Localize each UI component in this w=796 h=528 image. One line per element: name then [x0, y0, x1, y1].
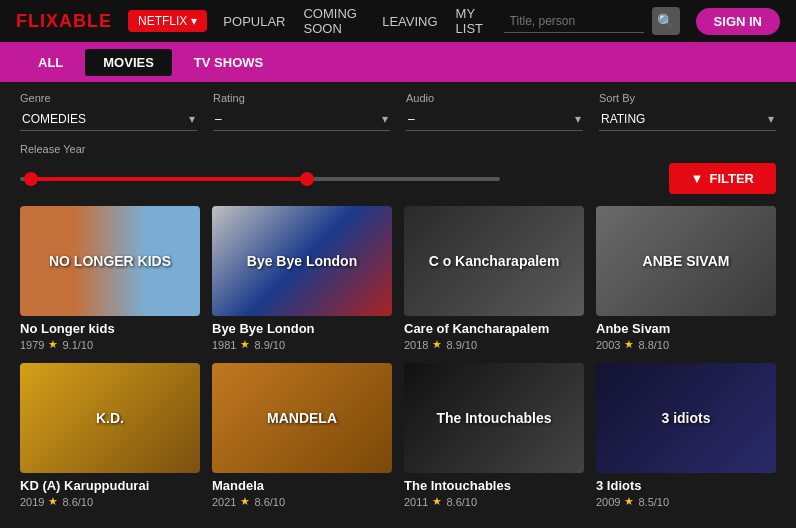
tab-all[interactable]: ALL — [20, 49, 81, 76]
movie-poster: ANBE SIVAM — [596, 206, 776, 316]
movie-card[interactable]: NO LONGER KIDSNo Longer kids1979★9.1/10 — [20, 206, 200, 351]
movie-card[interactable]: Bye Bye LondonBye Bye London1981★8.9/10 — [212, 206, 392, 351]
release-year-row: Release Year ▼ FILTER — [0, 137, 796, 196]
movie-meta: 1979★9.1/10 — [20, 338, 200, 351]
slider-thumb-right[interactable] — [300, 172, 314, 186]
movie-year: 1979 — [20, 339, 44, 351]
movie-rating: 8.6/10 — [254, 496, 285, 508]
chevron-down-icon: ▾ — [191, 14, 197, 28]
rating-filter-group: Rating – ▾ — [213, 92, 390, 131]
movie-rating: 8.8/10 — [638, 339, 669, 351]
movie-poster: C o Kancharapalem — [404, 206, 584, 316]
star-icon: ★ — [240, 338, 250, 351]
star-icon: ★ — [624, 495, 634, 508]
nav-popular[interactable]: POPULAR — [223, 14, 285, 29]
movie-card[interactable]: MANDELAMandela2021★8.6/10 — [212, 363, 392, 508]
filter-btn-label: FILTER — [709, 171, 754, 186]
movie-card[interactable]: 3 idiots3 Idiots2009★8.5/10 — [596, 363, 776, 508]
movie-year: 2003 — [596, 339, 620, 351]
sign-in-button[interactable]: SIGN IN — [696, 8, 780, 35]
search-area: 🔍 — [504, 7, 680, 35]
year-range-slider[interactable] — [20, 177, 500, 181]
tab-movies[interactable]: MOVIES — [85, 49, 172, 76]
nav-my-list[interactable]: MY LIST — [456, 6, 488, 36]
movie-poster: NO LONGER KIDS — [20, 206, 200, 316]
search-input[interactable] — [504, 10, 644, 33]
nav-coming-soon[interactable]: COMING SOON — [303, 6, 364, 36]
movie-rating: 8.6/10 — [446, 496, 477, 508]
genre-select[interactable]: COMEDIES ▾ — [20, 108, 197, 131]
tab-tv-shows[interactable]: TV SHOWS — [176, 49, 281, 76]
movie-card[interactable]: C o KancharapalemCare of Kancharapalem20… — [404, 206, 584, 351]
movie-year: 2021 — [212, 496, 236, 508]
audio-filter-group: Audio – ▾ — [406, 92, 583, 131]
movie-meta: 2021★8.6/10 — [212, 495, 392, 508]
sortby-label: Sort By — [599, 92, 776, 104]
movie-poster: Bye Bye London — [212, 206, 392, 316]
movie-meta: 2009★8.5/10 — [596, 495, 776, 508]
star-icon: ★ — [432, 495, 442, 508]
movie-year: 2009 — [596, 496, 620, 508]
movie-meta: 2003★8.8/10 — [596, 338, 776, 351]
star-icon: ★ — [624, 338, 634, 351]
main-nav: POPULAR COMING SOON LEAVING MY LIST — [223, 6, 487, 36]
filter-icon: ▼ — [691, 171, 704, 186]
movie-year: 2018 — [404, 339, 428, 351]
sortby-value: RATING — [601, 112, 645, 126]
slider-thumb-left[interactable] — [24, 172, 38, 186]
netflix-dropdown-btn[interactable]: NETFLIX ▾ — [128, 10, 207, 32]
poster-label: K.D. — [96, 410, 124, 426]
nav-leaving[interactable]: LEAVING — [382, 14, 437, 29]
filter-button[interactable]: ▼ FILTER — [669, 163, 776, 194]
movie-title: Care of Kancharapalem — [404, 321, 584, 336]
movie-rating: 8.9/10 — [446, 339, 477, 351]
sortby-chevron-icon: ▾ — [768, 112, 774, 126]
audio-label: Audio — [406, 92, 583, 104]
movie-poster: The Intouchables — [404, 363, 584, 473]
filters-row: Genre COMEDIES ▾ Rating – ▾ Audio – ▾ So… — [0, 82, 796, 137]
star-icon: ★ — [240, 495, 250, 508]
movie-card[interactable]: K.D.KD (A) Karuppudurai2019★8.6/10 — [20, 363, 200, 508]
movies-grid: NO LONGER KIDSNo Longer kids1979★9.1/10B… — [0, 196, 796, 518]
movie-meta: 2011★8.6/10 — [404, 495, 584, 508]
poster-label: NO LONGER KIDS — [49, 253, 171, 269]
genre-value: COMEDIES — [22, 112, 86, 126]
tabs-bar: ALL MOVIES TV SHOWS — [0, 42, 796, 82]
movie-card[interactable]: The IntouchablesThe Intouchables2011★8.6… — [404, 363, 584, 508]
poster-label: Bye Bye London — [247, 253, 357, 269]
genre-chevron-icon: ▾ — [189, 112, 195, 126]
search-button[interactable]: 🔍 — [652, 7, 680, 35]
movie-meta: 2019★8.6/10 — [20, 495, 200, 508]
poster-label: The Intouchables — [436, 410, 551, 426]
star-icon: ★ — [48, 495, 58, 508]
sortby-select[interactable]: RATING ▾ — [599, 108, 776, 131]
movie-year: 1981 — [212, 339, 236, 351]
movie-poster: 3 idiots — [596, 363, 776, 473]
movie-title: KD (A) Karuppudurai — [20, 478, 200, 493]
rating-select[interactable]: – ▾ — [213, 108, 390, 131]
genre-filter-group: Genre COMEDIES ▾ — [20, 92, 197, 131]
genre-label: Genre — [20, 92, 197, 104]
movie-rating: 8.5/10 — [638, 496, 669, 508]
movie-title: Mandela — [212, 478, 392, 493]
movie-poster: K.D. — [20, 363, 200, 473]
movie-rating: 8.9/10 — [254, 339, 285, 351]
poster-label: C o Kancharapalem — [429, 253, 560, 269]
search-icon: 🔍 — [657, 13, 674, 29]
movie-title: Bye Bye London — [212, 321, 392, 336]
movie-title: The Intouchables — [404, 478, 584, 493]
movie-meta: 2018★8.9/10 — [404, 338, 584, 351]
audio-value: – — [408, 112, 415, 126]
slider-fill — [30, 177, 310, 181]
poster-label: 3 idiots — [661, 410, 710, 426]
audio-select[interactable]: – ▾ — [406, 108, 583, 131]
movie-title: No Longer kids — [20, 321, 200, 336]
movie-rating: 8.6/10 — [62, 496, 93, 508]
star-icon: ★ — [432, 338, 442, 351]
movie-meta: 1981★8.9/10 — [212, 338, 392, 351]
movie-year: 2019 — [20, 496, 44, 508]
movie-year: 2011 — [404, 496, 428, 508]
movie-card[interactable]: ANBE SIVAMAnbe Sivam2003★8.8/10 — [596, 206, 776, 351]
star-icon: ★ — [48, 338, 58, 351]
sortby-filter-group: Sort By RATING ▾ — [599, 92, 776, 131]
